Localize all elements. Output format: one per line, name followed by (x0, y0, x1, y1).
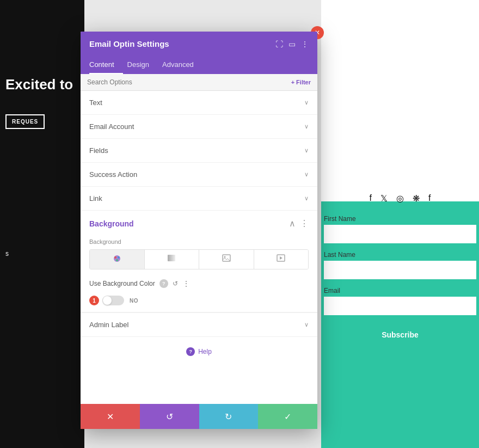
save-button[interactable]: ✓ (258, 404, 317, 429)
search-bar: + Filter (81, 74, 317, 91)
dribbble-icon[interactable]: ❋ (413, 193, 420, 204)
admin-label-accordion: Admin Label ∨ (81, 312, 317, 337)
modal-footer: ✕ ↺ ↻ ✓ (81, 404, 317, 429)
left-background-panel: Excited to REQUES s (0, 0, 84, 448)
settings-modal: ✕ Email Optin Settings ⛶ ▭ ⋮ Content Des… (81, 32, 317, 429)
instagram-icon[interactable]: ◎ (396, 193, 404, 204)
subscribe-button[interactable]: Subscribe (324, 324, 476, 346)
cancel-icon: ✕ (107, 412, 114, 422)
tab-bar: Content Design Advanced (81, 56, 317, 74)
text-accordion: Text ∨ (81, 91, 317, 115)
use-bg-toggle[interactable] (102, 296, 124, 305)
svg-point-1 (114, 256, 116, 259)
step-badge: 1 (89, 296, 99, 305)
email-label: Email (324, 287, 476, 294)
svg-rect-4 (168, 255, 175, 261)
bg-video-tab[interactable] (254, 250, 309, 269)
tab-advanced[interactable]: Advanced (162, 56, 202, 74)
text-label: Text (89, 99, 102, 107)
bg-image-tab[interactable] (199, 250, 254, 269)
fields-chevron-icon: ∨ (304, 147, 309, 154)
background-type-tabs (89, 249, 309, 269)
first-name-label: First Name (324, 215, 476, 223)
background-header-controls: ∧ ⋮ (289, 218, 309, 229)
facebook2-icon[interactable]: f (428, 193, 431, 204)
first-name-input[interactable] (324, 225, 476, 243)
help-circle-icon: ? (186, 347, 195, 356)
admin-label-accordion-header[interactable]: Admin Label ∨ (81, 313, 317, 336)
link-accordion-header[interactable]: Link ∨ (81, 187, 317, 210)
link-chevron-icon: ∨ (304, 195, 309, 202)
success-action-chevron-icon: ∨ (304, 171, 309, 178)
fields-label: Fields (89, 146, 108, 155)
svg-point-6 (224, 256, 225, 258)
text-accordion-header[interactable]: Text ∨ (81, 91, 317, 114)
admin-label-text: Admin Label (89, 321, 128, 329)
optin-form: First Name Last Name Email Subscribe (324, 210, 476, 346)
toggle-thumb (103, 296, 112, 305)
background-more-icon[interactable]: ⋮ (300, 218, 309, 229)
use-bg-toggle-row: 1 NO (81, 293, 317, 312)
request-button[interactable]: REQUES (5, 114, 45, 129)
social-icons-row: f 𝕏 ◎ ❋ f (327, 193, 474, 204)
save-icon: ✓ (284, 412, 291, 422)
background-collapse-icon[interactable]: ∧ (289, 218, 296, 229)
email-input[interactable] (324, 297, 476, 315)
help-label: Help (198, 348, 212, 355)
email-account-accordion-header[interactable]: Email Account ∨ (81, 115, 317, 138)
tab-content[interactable]: Content (89, 56, 123, 74)
svg-point-2 (118, 256, 120, 259)
cancel-button[interactable]: ✕ (81, 404, 140, 429)
help-button[interactable]: ? Help (186, 347, 212, 356)
background-sub-label: Background (81, 236, 317, 249)
side-label: s (5, 250, 9, 257)
email-account-accordion: Email Account ∨ (81, 115, 317, 139)
use-bg-reset-icon[interactable]: ↺ (173, 280, 178, 287)
search-input[interactable] (87, 78, 291, 86)
columns-icon[interactable]: ▭ (288, 40, 296, 48)
fields-accordion-header[interactable]: Fields ∨ (81, 139, 317, 162)
success-action-label: Success Action (89, 170, 137, 179)
background-title: Background (89, 219, 134, 228)
toggle-track[interactable] (102, 296, 124, 305)
modal-header: Email Optin Settings ⛶ ▭ ⋮ (81, 32, 317, 56)
success-action-accordion: Success Action ∨ (81, 163, 317, 187)
success-action-accordion-header[interactable]: Success Action ∨ (81, 163, 317, 186)
bg-color-tab[interactable] (90, 250, 145, 269)
redo-button[interactable]: ↻ (199, 404, 259, 429)
fullscreen-icon[interactable]: ⛶ (275, 40, 283, 48)
svg-point-3 (116, 259, 118, 261)
more-options-icon[interactable]: ⋮ (301, 40, 309, 48)
bg-gradient-tab[interactable] (145, 250, 200, 269)
use-background-color-label: Use Background Color (89, 280, 155, 287)
email-account-chevron-icon: ∨ (304, 123, 309, 130)
modal-content-area: Text ∨ Email Account ∨ Fields ∨ Success … (81, 91, 317, 404)
link-label: Link (89, 194, 102, 202)
redo-icon: ↻ (225, 412, 232, 422)
tab-design[interactable]: Design (127, 56, 158, 74)
use-bg-more-icon[interactable]: ⋮ (182, 279, 190, 288)
background-header[interactable]: Background ∧ ⋮ (81, 211, 317, 236)
excited-text: Excited to (5, 76, 73, 93)
last-name-input[interactable] (324, 261, 476, 279)
use-bg-help-icon[interactable]: ? (159, 279, 168, 288)
background-section: Background ∧ ⋮ Background (81, 211, 317, 312)
facebook-icon[interactable]: f (370, 193, 372, 204)
modal-title: Email Optin Settings (89, 39, 169, 48)
fields-accordion: Fields ∨ (81, 139, 317, 163)
toggle-state-label: NO (130, 298, 138, 304)
email-account-label: Email Account (89, 122, 134, 131)
use-background-color-row: Use Background Color ? ↺ ⋮ (81, 276, 317, 293)
undo-button[interactable]: ↺ (140, 404, 199, 429)
text-chevron-icon: ∨ (304, 99, 309, 106)
twitter-icon[interactable]: 𝕏 (380, 193, 388, 204)
last-name-label: Last Name (324, 251, 476, 259)
svg-marker-8 (280, 256, 283, 260)
undo-icon: ↺ (166, 412, 173, 422)
link-accordion: Link ∨ (81, 187, 317, 211)
help-section: ? Help (81, 337, 317, 365)
header-icons: ⛶ ▭ ⋮ (275, 40, 309, 48)
filter-button[interactable]: + Filter (291, 79, 311, 85)
admin-label-chevron-icon: ∨ (304, 321, 309, 328)
